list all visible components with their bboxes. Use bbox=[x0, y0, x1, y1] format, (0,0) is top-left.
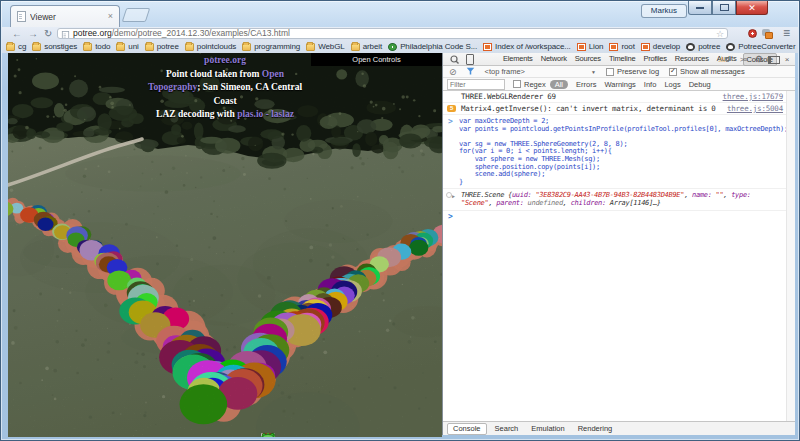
bookmark-item[interactable]: arbeit bbox=[351, 42, 382, 51]
console-prompt[interactable]: > bbox=[443, 211, 795, 221]
console-drawer-icon[interactable]: >≡ bbox=[737, 53, 749, 66]
devtools-close-icon[interactable]: × bbox=[782, 53, 792, 66]
filter-level-all[interactable]: All bbox=[550, 80, 568, 89]
minimize-button[interactable] bbox=[688, 1, 712, 15]
site-icon bbox=[577, 43, 586, 51]
extension-icon-badged[interactable] bbox=[762, 29, 772, 38]
expand-triangle-icon[interactable]: ▶ bbox=[452, 193, 455, 201]
site-icon bbox=[483, 43, 492, 51]
filter-level-debug[interactable]: Debug bbox=[689, 80, 711, 89]
site-icon bbox=[609, 43, 618, 51]
chrome-menu-icon[interactable]: ≡ bbox=[783, 26, 790, 40]
filter-level-info[interactable]: Info bbox=[644, 80, 657, 89]
folder-icon bbox=[6, 43, 15, 51]
bookmark-item[interactable]: programming bbox=[242, 42, 300, 51]
filter-funnel-icon[interactable] bbox=[466, 67, 475, 76]
browser-window: Viewer × Markus ✕ ← → ↻ potree.org/demo/… bbox=[0, 0, 800, 441]
show-all-messages-label: Show all messages bbox=[680, 67, 745, 76]
folder-icon bbox=[242, 43, 251, 51]
browser-tab[interactable]: Viewer × bbox=[10, 5, 120, 27]
bookmarks-bar: cg sonstiges todo uni potree pointclouds… bbox=[2, 40, 798, 53]
bookmark-item[interactable]: potree bbox=[145, 42, 179, 51]
point-cloud-viewport[interactable]: potree.org Point cloud taken from Open T… bbox=[8, 53, 442, 437]
regex-checkbox[interactable] bbox=[513, 80, 521, 88]
source-link[interactable]: three.js:5004 bbox=[727, 105, 783, 113]
url-path: /demo/potree_2014.12.30/examples/CA13.ht… bbox=[112, 28, 290, 38]
forward-button[interactable]: → bbox=[28, 27, 38, 40]
filter-level-warnings[interactable]: Warnings bbox=[604, 80, 635, 89]
maximize-button[interactable] bbox=[712, 1, 736, 15]
tab-title: Viewer bbox=[30, 12, 104, 22]
reload-button[interactable]: ↻ bbox=[44, 27, 52, 40]
folder-icon bbox=[145, 43, 154, 51]
console-warning-message: 5 Matrix4.getInverse(): can't invert mat… bbox=[443, 103, 795, 115]
drawer-tab-console[interactable]: Console bbox=[447, 423, 487, 435]
inspect-element-icon[interactable] bbox=[449, 53, 460, 66]
device-mode-icon[interactable] bbox=[466, 53, 474, 66]
preserve-log-label: Preserve log bbox=[617, 67, 659, 76]
clip-volume-icon[interactable] bbox=[260, 432, 276, 437]
folder-icon bbox=[185, 43, 194, 51]
settings-gear-icon[interactable]: ⚙ bbox=[753, 53, 765, 66]
close-button[interactable]: ✕ bbox=[736, 1, 768, 15]
profile-name-button[interactable]: Markus bbox=[641, 4, 687, 18]
bookmark-item[interactable]: sonstiges bbox=[32, 42, 77, 51]
filter-level-logs[interactable]: Logs bbox=[664, 80, 680, 89]
bookmark-item[interactable]: todo bbox=[83, 42, 110, 51]
clear-console-icon[interactable]: ⊘ bbox=[449, 67, 457, 77]
address-bar[interactable]: potree.org/demo/potree_2014.12.30/exampl… bbox=[57, 28, 728, 39]
drawer-tab-emulation[interactable]: Emulation bbox=[526, 424, 569, 434]
bookmark-item[interactable]: develop bbox=[641, 42, 680, 51]
tab-profiles[interactable]: Profiles bbox=[641, 53, 668, 66]
bookmark-item[interactable]: Lion bbox=[577, 42, 604, 51]
bookmark-item[interactable]: Index of /workspace... bbox=[483, 42, 571, 51]
bookmark-item[interactable]: WebGL bbox=[306, 42, 344, 51]
tab-close-icon[interactable]: × bbox=[108, 12, 113, 21]
potree-link[interactable]: potree.org bbox=[204, 55, 246, 65]
tab-resources[interactable]: Resources bbox=[673, 53, 711, 66]
folder-icon bbox=[83, 43, 92, 51]
new-tab-button[interactable] bbox=[122, 8, 151, 22]
bookmark-star-icon[interactable]: ☆ bbox=[716, 29, 724, 39]
open-controls-button[interactable]: Open Controls bbox=[311, 53, 442, 66]
repeat-count-badge: 5 bbox=[447, 105, 456, 112]
bookmark-item[interactable]: root bbox=[609, 42, 634, 51]
github-icon bbox=[686, 43, 695, 51]
tab-sources[interactable]: Sources bbox=[573, 53, 603, 66]
object-preview[interactable]: THREE.Scene {uuid: "3E8382C9-AA43-4B7B-9… bbox=[461, 191, 751, 207]
folder-icon bbox=[306, 43, 315, 51]
console-context-row: ⊘ <top frame> ▼ Preserve log Show all me… bbox=[443, 66, 795, 78]
tab-elements[interactable]: Elements bbox=[501, 53, 535, 66]
devtools-tab-strip: Elements Network Sources Timeline Profil… bbox=[501, 53, 777, 66]
console-log-area[interactable]: THREE.WebGLRenderer 69 three.js:17679 5 … bbox=[443, 91, 795, 421]
plasio-link[interactable]: plas.io - laslaz bbox=[237, 109, 294, 119]
filter-input[interactable] bbox=[447, 79, 505, 90]
extension-icon-red[interactable] bbox=[748, 29, 757, 38]
show-all-messages-checkbox[interactable] bbox=[669, 68, 677, 76]
folder-icon bbox=[351, 43, 360, 51]
frame-selector-caret-icon[interactable]: ▼ bbox=[591, 69, 596, 75]
bookmark-item[interactable]: cg bbox=[6, 42, 26, 51]
bookmark-item[interactable]: potree bbox=[686, 42, 720, 51]
filter-level-errors[interactable]: Errors bbox=[576, 80, 596, 89]
back-button[interactable]: ← bbox=[12, 27, 22, 40]
source-link[interactable]: three.js:17679 bbox=[723, 93, 783, 101]
bookmark-item[interactable]: uni bbox=[116, 42, 138, 51]
open-topography-link[interactable]: Topography bbox=[148, 82, 197, 92]
command-chevron-icon: > bbox=[448, 117, 453, 126]
bookmark-item[interactable]: pointclouds bbox=[185, 42, 236, 51]
drawer-tab-search[interactable]: Search bbox=[490, 424, 524, 434]
dock-side-icon[interactable] bbox=[768, 53, 780, 66]
console-info-message: THREE.WebGLRenderer 69 three.js:17679 bbox=[443, 91, 795, 103]
bookmark-item[interactable]: PotreeConverter bbox=[726, 42, 795, 51]
console-scrollbar[interactable] bbox=[786, 91, 795, 421]
tab-timeline[interactable]: Timeline bbox=[607, 53, 637, 66]
preserve-log-checkbox[interactable] bbox=[606, 68, 614, 76]
warning-count-badge[interactable]: ⚠5 bbox=[715, 53, 733, 66]
open-topography-link[interactable]: Open bbox=[262, 69, 284, 79]
frame-selector[interactable]: <top frame> bbox=[485, 67, 525, 76]
drawer-tab-rendering[interactable]: Rendering bbox=[573, 424, 618, 434]
bookmark-item[interactable]: Philadelphia Code S... bbox=[388, 42, 477, 51]
devtools-panel: Elements Network Sources Timeline Profil… bbox=[442, 53, 795, 435]
tab-network[interactable]: Network bbox=[539, 53, 569, 66]
